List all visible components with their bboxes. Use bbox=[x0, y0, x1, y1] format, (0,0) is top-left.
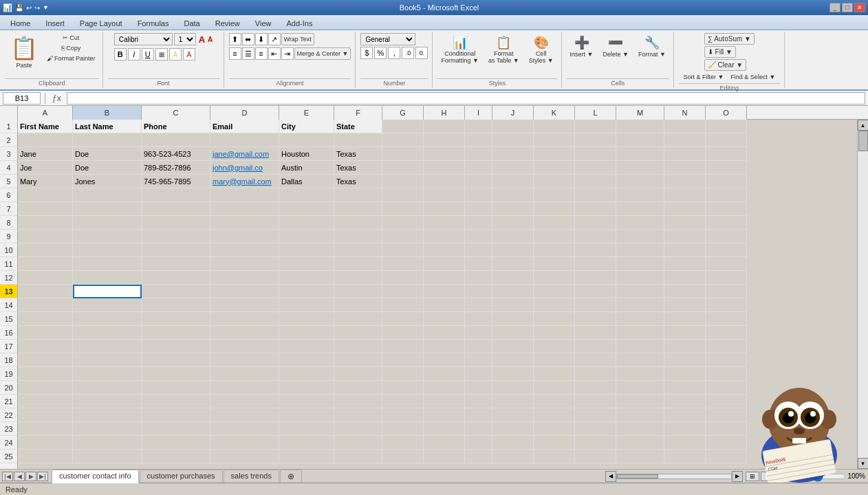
cell-i8[interactable] bbox=[465, 216, 492, 230]
cell-o6[interactable] bbox=[706, 188, 747, 202]
cell-i9[interactable] bbox=[465, 230, 492, 243]
cell-j7[interactable] bbox=[492, 202, 534, 216]
row-num-13[interactable]: 13 bbox=[0, 285, 17, 298]
cell-h1[interactable] bbox=[424, 120, 465, 133]
cell-m5[interactable] bbox=[616, 175, 664, 188]
cell-k18[interactable] bbox=[534, 353, 575, 367]
increase-indent-button[interactable]: ⇥ bbox=[281, 47, 294, 60]
cell-c20[interactable] bbox=[142, 381, 210, 395]
cell-k2[interactable] bbox=[534, 133, 575, 147]
cell-e5[interactable]: Dallas bbox=[279, 175, 334, 188]
cell-f15[interactable] bbox=[334, 312, 382, 326]
cell-g12[interactable] bbox=[382, 271, 424, 285]
row-num-22[interactable]: 22 bbox=[0, 408, 17, 422]
quick-redo[interactable]: ↪ bbox=[34, 4, 40, 12]
cell-o20[interactable] bbox=[706, 381, 747, 395]
row-num-3[interactable]: 3 bbox=[0, 147, 17, 161]
row-num-11[interactable]: 11 bbox=[0, 257, 17, 271]
cell-o1[interactable] bbox=[706, 120, 747, 133]
sheet-nav-prev[interactable]: ◀ bbox=[14, 472, 25, 481]
cell-m2[interactable] bbox=[616, 133, 664, 147]
tab-home[interactable]: Home bbox=[3, 16, 38, 30]
cell-m25[interactable] bbox=[616, 450, 664, 463]
row-num-4[interactable]: 4 bbox=[0, 161, 17, 175]
cell-f3[interactable]: Texas bbox=[334, 147, 382, 161]
cell-l25[interactable] bbox=[575, 450, 616, 463]
cell-d7[interactable] bbox=[210, 202, 279, 216]
cell-i4[interactable] bbox=[465, 161, 492, 175]
cell-g4[interactable] bbox=[382, 161, 424, 175]
cell-b18[interactable] bbox=[73, 353, 142, 367]
cell-l22[interactable] bbox=[575, 408, 616, 422]
cell-o12[interactable] bbox=[706, 271, 747, 285]
cell-f25[interactable] bbox=[334, 450, 382, 463]
cell-m14[interactable] bbox=[616, 298, 664, 312]
cell-h15[interactable] bbox=[424, 312, 465, 326]
cell-f17[interactable] bbox=[334, 340, 382, 353]
customize-quick-access[interactable]: ▼ bbox=[43, 4, 49, 11]
cell-m23[interactable] bbox=[616, 422, 664, 436]
cell-b20[interactable] bbox=[73, 381, 142, 395]
cell-l4[interactable] bbox=[575, 161, 616, 175]
cell-n11[interactable] bbox=[664, 257, 706, 271]
italic-button[interactable]: I bbox=[128, 48, 140, 60]
cell-c17[interactable] bbox=[142, 340, 210, 353]
cell-d23[interactable] bbox=[210, 422, 279, 436]
tab-data[interactable]: Data bbox=[176, 16, 207, 30]
cell-i14[interactable] bbox=[465, 298, 492, 312]
cell-l3[interactable] bbox=[575, 147, 616, 161]
cell-f20[interactable] bbox=[334, 381, 382, 395]
cell-e3[interactable]: Houston bbox=[279, 147, 334, 161]
cell-g2[interactable] bbox=[382, 133, 424, 147]
col-header-n[interactable]: N bbox=[664, 106, 706, 120]
cell-b13[interactable] bbox=[73, 285, 142, 298]
cell-k23[interactable] bbox=[534, 422, 575, 436]
row-num-21[interactable]: 21 bbox=[0, 395, 17, 408]
cell-o21[interactable] bbox=[706, 395, 747, 408]
cell-a6[interactable] bbox=[18, 188, 73, 202]
cell-a2[interactable] bbox=[18, 133, 73, 147]
cell-e24[interactable] bbox=[279, 436, 334, 450]
cell-i23[interactable] bbox=[465, 422, 492, 436]
cell-d24[interactable] bbox=[210, 436, 279, 450]
cell-k17[interactable] bbox=[534, 340, 575, 353]
cell-h24[interactable] bbox=[424, 436, 465, 450]
cell-n4[interactable] bbox=[664, 161, 706, 175]
col-header-h[interactable]: H bbox=[424, 106, 465, 120]
cell-g3[interactable] bbox=[382, 147, 424, 161]
cell-k6[interactable] bbox=[534, 188, 575, 202]
cell-g5[interactable] bbox=[382, 175, 424, 188]
row-num-8[interactable]: 8 bbox=[0, 216, 17, 230]
cell-l16[interactable] bbox=[575, 326, 616, 340]
number-format-select[interactable]: General bbox=[360, 33, 415, 45]
tab-insert[interactable]: Insert bbox=[38, 16, 72, 30]
cell-e19[interactable] bbox=[279, 367, 334, 381]
cell-b19[interactable] bbox=[73, 367, 142, 381]
cell-m16[interactable] bbox=[616, 326, 664, 340]
cell-l17[interactable] bbox=[575, 340, 616, 353]
sort-filter-button[interactable]: Sort & Filter ▼ bbox=[680, 72, 726, 82]
cell-j20[interactable] bbox=[492, 381, 534, 395]
cell-n19[interactable] bbox=[664, 367, 706, 381]
cell-e2[interactable] bbox=[279, 133, 334, 147]
delete-cells-button[interactable]: ➖ Delete ▼ bbox=[600, 33, 632, 60]
cell-n3[interactable] bbox=[664, 147, 706, 161]
cell-i20[interactable] bbox=[465, 381, 492, 395]
cell-b10[interactable] bbox=[73, 243, 142, 257]
font-size-select[interactable]: 11 bbox=[174, 33, 196, 45]
cell-l6[interactable] bbox=[575, 188, 616, 202]
clear-button[interactable]: 🧹 Clear ▼ bbox=[704, 59, 746, 71]
cell-f21[interactable] bbox=[334, 395, 382, 408]
cell-g19[interactable] bbox=[382, 367, 424, 381]
cell-b11[interactable] bbox=[73, 257, 142, 271]
maximize-button[interactable]: □ bbox=[842, 3, 853, 12]
minimize-button[interactable]: _ bbox=[829, 3, 840, 12]
row-num-5[interactable]: 5 bbox=[0, 175, 17, 188]
row-num-12[interactable]: 12 bbox=[0, 271, 17, 285]
cell-e8[interactable] bbox=[279, 216, 334, 230]
cell-h6[interactable] bbox=[424, 188, 465, 202]
tab-view[interactable]: View bbox=[248, 16, 279, 30]
cell-i15[interactable] bbox=[465, 312, 492, 326]
cell-j13[interactable] bbox=[492, 285, 534, 298]
formula-input[interactable] bbox=[67, 92, 865, 104]
